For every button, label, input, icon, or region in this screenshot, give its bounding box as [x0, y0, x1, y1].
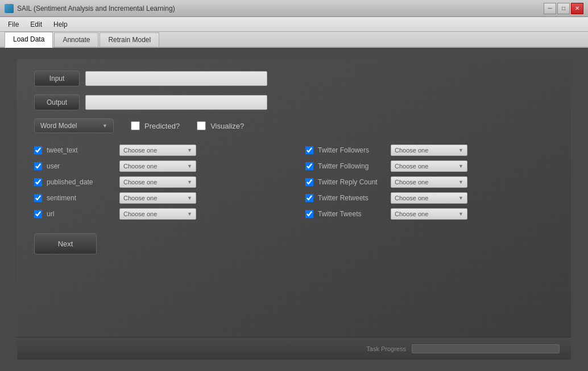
visualize-label: Visualize?: [210, 122, 244, 130]
status-bar: Task Progress: [17, 337, 571, 360]
checkbox-twitter-tweets[interactable]: [305, 210, 313, 218]
select-twitter-following-arrow: ▼: [458, 163, 463, 169]
minimize-button[interactable]: ─: [544, 3, 556, 14]
select-twitter-followers[interactable]: Choose one ▼: [391, 145, 467, 156]
checkbox-twitter-following[interactable]: [305, 162, 313, 170]
dropdown-arrow-icon: ▼: [102, 123, 107, 129]
word-model-label: Word Model: [40, 122, 77, 130]
checkbox-published-date[interactable]: [34, 178, 42, 186]
field-item-twitter-followers: Twitter Followers Choose one ▼: [305, 145, 554, 156]
main-content: Input Output Word Model ▼ Predicted? Vis…: [0, 48, 588, 371]
select-user[interactable]: Choose one ▼: [119, 160, 196, 172]
field-item-sentiment: sentiment Choose one ▼: [34, 192, 283, 204]
predicted-label: Predicted?: [144, 122, 180, 130]
next-button[interactable]: Next: [34, 233, 97, 254]
select-sentiment-value: Choose one: [123, 195, 157, 201]
output-field[interactable]: [85, 95, 267, 110]
select-twitter-retweets[interactable]: Choose one ▼: [391, 192, 467, 204]
checkbox-url[interactable]: [34, 210, 42, 218]
select-twitter-retweets-arrow: ▼: [458, 195, 463, 201]
select-published-date-arrow: ▼: [187, 179, 192, 185]
select-url-value: Choose one: [123, 211, 157, 217]
label-twitter-followers: Twitter Followers: [318, 146, 386, 154]
select-tweet-text-arrow: ▼: [187, 147, 192, 153]
label-sentiment: sentiment: [47, 194, 115, 202]
label-url: url: [47, 210, 115, 218]
field-item-twitter-tweets: Twitter Tweets Choose one ▼: [305, 208, 554, 220]
checkbox-twitter-retweets[interactable]: [305, 194, 313, 202]
tab-annotate[interactable]: Annotate: [54, 32, 98, 47]
output-button[interactable]: Output: [34, 94, 80, 110]
app-icon: [5, 4, 14, 13]
label-user: user: [47, 162, 115, 170]
controls-row: Word Model ▼ Predicted? Visualize?: [34, 118, 554, 133]
visualize-checkbox-group[interactable]: Visualize?: [197, 121, 244, 130]
visualize-checkbox[interactable]: [197, 121, 206, 130]
select-twitter-reply-count-value: Choose one: [395, 179, 428, 186]
field-item-published-date: published_date Choose one ▼: [34, 176, 283, 188]
title-bar-left: SAIL (Sentiment Analysis and Incremental…: [5, 4, 175, 13]
menu-file[interactable]: File: [2, 19, 24, 30]
title-bar-controls: ─ □ ✕: [544, 3, 583, 14]
menu-edit[interactable]: Edit: [24, 19, 48, 30]
checkbox-twitter-reply-count[interactable]: [305, 178, 313, 186]
word-model-dropdown[interactable]: Word Model ▼: [34, 118, 114, 133]
close-button[interactable]: ✕: [571, 3, 583, 14]
select-url[interactable]: Choose one ▼: [119, 208, 196, 220]
menu-bar: File Edit Help: [0, 17, 588, 32]
select-twitter-retweets-value: Choose one: [395, 195, 428, 201]
progress-bar-container: [412, 344, 560, 353]
select-twitter-reply-count-arrow: ▼: [458, 179, 463, 185]
select-sentiment-arrow: ▼: [187, 195, 192, 201]
label-published-date: published_date: [47, 178, 115, 186]
checkbox-user[interactable]: [34, 162, 42, 170]
label-tweet-text: tweet_text: [47, 146, 115, 154]
select-published-date-value: Choose one: [123, 179, 157, 186]
select-twitter-following[interactable]: Choose one ▼: [391, 160, 467, 172]
select-twitter-reply-count[interactable]: Choose one ▼: [391, 176, 467, 188]
label-twitter-reply-count: Twitter Reply Count: [318, 178, 386, 186]
input-row: Input: [34, 71, 554, 86]
output-row: Output: [34, 94, 554, 110]
checkbox-sentiment[interactable]: [34, 194, 42, 202]
input-button[interactable]: Input: [34, 71, 80, 86]
checkbox-tweet-text[interactable]: [34, 146, 42, 154]
task-progress-label: Task Progress: [366, 345, 406, 352]
select-user-arrow: ▼: [187, 163, 192, 169]
field-item-twitter-following: Twitter Following Choose one ▼: [305, 160, 554, 172]
select-tweet-text-value: Choose one: [123, 147, 157, 154]
field-item-tweet-text: tweet_text Choose one ▼: [34, 145, 283, 156]
tab-retrain-model[interactable]: Retrain Model: [100, 32, 159, 47]
select-twitter-followers-value: Choose one: [395, 147, 428, 154]
label-twitter-following: Twitter Following: [318, 162, 386, 170]
field-item-user: user Choose one ▼: [34, 160, 283, 172]
select-user-value: Choose one: [123, 163, 157, 170]
predicted-checkbox-group[interactable]: Predicted?: [131, 121, 180, 130]
content-area: Input Output Word Model ▼ Predicted? Vis…: [17, 59, 571, 360]
window-title: SAIL (Sentiment Analysis and Incremental…: [17, 5, 175, 13]
menu-help[interactable]: Help: [48, 19, 73, 30]
input-field[interactable]: [85, 71, 267, 86]
left-field-list: tweet_text Choose one ▼ user Choose one …: [34, 145, 283, 220]
fields-grid: tweet_text Choose one ▼ user Choose one …: [34, 145, 554, 220]
title-bar: SAIL (Sentiment Analysis and Incremental…: [0, 0, 588, 17]
select-url-arrow: ▼: [187, 211, 192, 217]
tab-bar: Load Data Annotate Retrain Model: [0, 32, 588, 48]
field-item-twitter-reply-count: Twitter Reply Count Choose one ▼: [305, 176, 554, 188]
select-twitter-tweets-value: Choose one: [395, 211, 428, 217]
restore-button[interactable]: □: [557, 3, 570, 14]
select-twitter-tweets[interactable]: Choose one ▼: [391, 208, 467, 220]
select-published-date[interactable]: Choose one ▼: [119, 176, 196, 188]
select-tweet-text[interactable]: Choose one ▼: [119, 145, 196, 156]
right-field-list: Twitter Followers Choose one ▼ Twitter F…: [305, 145, 554, 220]
label-twitter-retweets: Twitter Retweets: [318, 194, 386, 202]
field-item-url: url Choose one ▼: [34, 208, 283, 220]
checkbox-twitter-followers[interactable]: [305, 146, 313, 154]
tab-load-data[interactable]: Load Data: [5, 32, 53, 48]
label-twitter-tweets: Twitter Tweets: [318, 210, 386, 218]
select-twitter-followers-arrow: ▼: [458, 147, 463, 153]
predicted-checkbox[interactable]: [131, 121, 140, 130]
select-sentiment[interactable]: Choose one ▼: [119, 192, 196, 204]
select-twitter-following-value: Choose one: [395, 163, 428, 170]
field-item-twitter-retweets: Twitter Retweets Choose one ▼: [305, 192, 554, 204]
